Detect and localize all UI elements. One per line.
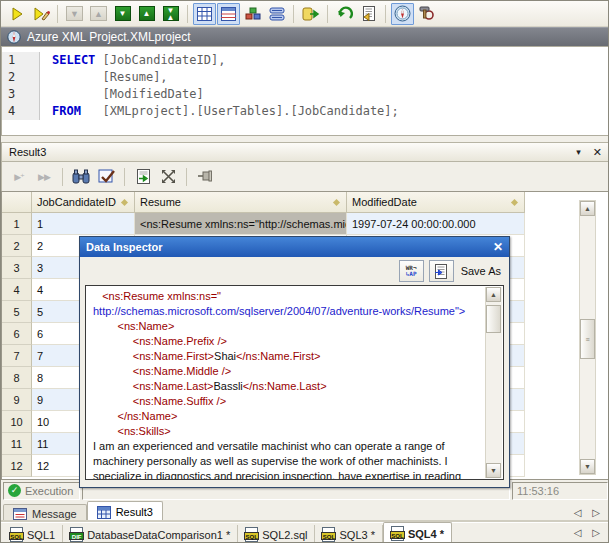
data-inspector-button[interactable] [391,3,414,25]
grid-header-row: JobCandidateID Resume ModifiedDate [2,192,609,213]
run-icon [9,6,25,22]
success-check-icon: ✓ [8,484,21,497]
separator [187,5,188,23]
run-edit-button[interactable] [29,3,52,25]
separator [186,168,187,186]
report-button[interactable] [357,3,380,25]
xml-line: I am an experienced and versatile machin… [93,439,481,454]
status-time: 11:53:16 [512,482,608,500]
save-as-button[interactable] [429,260,454,282]
nav-down-icon: ▼ [66,6,83,21]
tab-sql4[interactable]: SQL SQL4 * [383,522,452,543]
column-header-modifieddate[interactable]: ModifiedDate [347,192,525,213]
run-button[interactable] [5,3,28,25]
cell-resume-selected[interactable]: <ns:Resume xmlns:ns="http://schemas.micr… [135,213,347,235]
separator [385,5,386,23]
grid-vertical-scrollbar[interactable]: ▲ ≡ ▼ [579,200,596,475]
undo-button[interactable] [333,3,356,25]
sql-file-icon: SQL [245,527,258,542]
sql-line: 1 SELECT [JobCandidateID], [2,52,609,69]
word-wrap-button[interactable]: WR¬↳AP [399,260,424,282]
file-tab-pager[interactable]: ◁ ▷ [574,527,608,543]
scroll-up-icon[interactable]: ▲ [580,201,595,216]
scroll-down-icon[interactable]: ▼ [580,459,595,474]
row-number[interactable]: 2 [2,235,32,257]
panel-menu-icon[interactable]: ▾ [576,147,581,157]
fetch-prev-button[interactable]: ▲ [135,3,158,25]
row-number[interactable]: 1 [2,213,32,235]
xml-line: <ns:Resume xmlns:ns=" [93,289,481,304]
run-edit-icon [32,6,50,22]
result-grid-tab-icon [97,506,111,519]
tab-label: Message [32,508,77,520]
fetch-all-button[interactable]: ▼▲ [159,3,182,25]
data-inspector-content[interactable]: <ns:Resume xmlns:ns=" http://schemas.mic… [85,285,504,480]
export-button[interactable] [299,3,322,25]
grid-view-button[interactable] [193,3,216,25]
export-result-button[interactable] [132,167,154,187]
panel-close-icon[interactable]: ✕ [593,146,602,159]
sql-editor[interactable]: 1 SELECT [JobCandidateID], 2 [Resume], 3… [1,46,609,136]
column-header-jobcandidateid[interactable]: JobCandidateID [32,192,135,213]
row-number[interactable]: 5 [2,301,32,323]
form-view-button[interactable] [217,3,240,25]
tab-message[interactable]: Message [3,504,87,522]
fetch-next-rows-button[interactable]: ▶⁺ [8,167,30,187]
row-number[interactable]: 3 [2,257,32,279]
tab-label: DatabaseDataComparison1 * [87,529,230,541]
fetch-all-rows-icon: ▶▶ [38,172,50,182]
tab-sql3[interactable]: SQL SQL3 * [315,525,382,543]
save-as-label[interactable]: Save As [459,265,501,277]
cell-jobcandidateid[interactable]: 1 [32,213,135,235]
stacked-view-button[interactable] [265,3,288,25]
line-number: 1 [2,52,40,69]
pin-results-button[interactable] [194,167,216,187]
tab-result3[interactable]: Result3 [87,501,163,522]
cell-modifieddate[interactable]: 1997-07-24 00:00:00.000 [347,213,525,235]
row-number[interactable]: 11 [2,433,32,455]
data-inspector-toolbar: WR¬↳AP Save As [80,257,509,285]
data-inspector-titlebar[interactable]: Data Inspector ✕ [80,237,509,257]
scroll-down-icon[interactable]: ▼ [486,463,501,478]
nav-up-button[interactable]: ▲ [87,3,110,25]
find-button[interactable] [70,167,92,187]
row-number[interactable]: 12 [2,455,32,477]
fetch-next-button[interactable]: ▼ [111,3,134,25]
scroll-thumb[interactable]: ≡ [580,319,595,359]
row-number[interactable]: 10 [2,411,32,433]
fetch-all-rows-button[interactable]: ▶▶ [33,167,55,187]
tab-sql1[interactable]: SQL SQL1 [3,525,63,543]
close-icon[interactable]: ✕ [493,240,503,254]
table-row[interactable]: 1 1 <ns:Resume xmlns:ns="http://schemas.… [2,213,609,235]
edit-mode-button[interactable] [95,167,117,187]
tab-databasedatacomparison1[interactable]: DIF DatabaseDataComparison1 * [63,525,238,543]
tools-button[interactable] [415,3,438,25]
inspector-scrollbar[interactable]: ▲ ▼ [485,287,502,478]
line-number: 3 [2,86,40,103]
word-wrap-icon: WR¬↳AP [406,265,417,277]
column-header-resume[interactable]: Resume [135,192,347,213]
row-number[interactable]: 7 [2,345,32,367]
fetch-prev-icon: ▲ [139,6,155,21]
line-number: 2 [2,69,40,86]
result-panel-title: Result3 [9,146,46,158]
scroll-thumb[interactable] [486,305,501,333]
sql-line: 4 FROM [XMLproject].[UserTables].[JobCan… [2,103,609,120]
tab-sql2[interactable]: SQL SQL2.sql [238,525,315,543]
result-tab-pager[interactable]: ◁ ▷ [574,507,608,522]
expand-cell-button[interactable] [157,167,179,187]
row-number[interactable]: 4 [2,279,32,301]
pin-icon [197,170,213,183]
nav-down-button[interactable]: ▼ [63,3,86,25]
group-view-icon [245,7,261,21]
result-toolbar: ▶⁺ ▶▶ [1,162,609,191]
data-inspector-title: Data Inspector [86,241,162,253]
sql-code: [JobCandidateID], [95,53,225,67]
scroll-up-icon[interactable]: ▲ [486,287,501,302]
group-view-button[interactable] [241,3,264,25]
row-number[interactable]: 9 [2,389,32,411]
row-number[interactable]: 8 [2,367,32,389]
grid-corner [2,192,32,213]
row-number[interactable]: 6 [2,323,32,345]
fetch-next-rows-icon: ▶⁺ [14,172,24,182]
